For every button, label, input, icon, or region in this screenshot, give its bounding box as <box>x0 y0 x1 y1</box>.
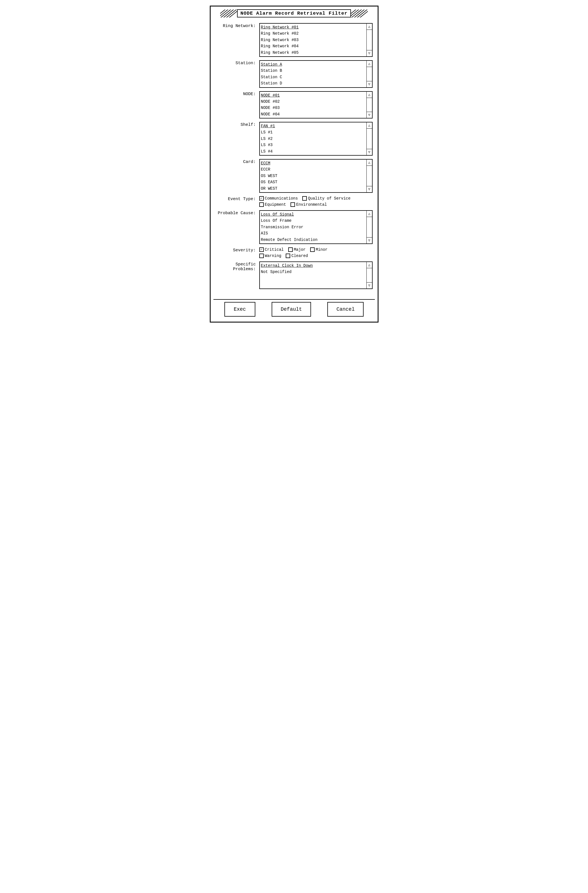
card-listbox[interactable]: ECCM ECCR OS WEST OS EAST OR WEST △ ▽ <box>259 159 373 193</box>
station-list[interactable]: Station A Station B Station C Station D <box>260 61 366 87</box>
station-listbox[interactable]: Station A Station B Station C Station D … <box>259 60 373 88</box>
list-item[interactable]: Ring Network #02 <box>261 30 365 37</box>
critical-checkbox[interactable] <box>259 247 264 252</box>
title-hatch-left <box>220 10 237 18</box>
scroll-track <box>367 30 372 50</box>
scroll-up-arrow[interactable]: △ <box>367 92 372 98</box>
scroll-track <box>367 166 372 186</box>
event-type-checkboxes: Communications Quality of Service Equipm… <box>259 196 373 207</box>
list-item[interactable]: Ring Network #05 <box>261 50 365 56</box>
station-label: Station: <box>216 60 259 66</box>
list-item[interactable]: ECCM <box>261 160 365 166</box>
title-bar: NODE Alarm Record Retrieval Filter <box>213 9 375 18</box>
list-item[interactable]: Loss Of Signal <box>261 211 365 218</box>
shelf-list[interactable]: FAN #1 LS #1 LS #2 LS #3 LS #4 <box>260 122 366 155</box>
list-item[interactable]: Station D <box>261 80 365 86</box>
default-button[interactable]: Default <box>272 302 311 317</box>
list-item[interactable]: External Clock In Down <box>261 263 365 269</box>
scroll-down-arrow[interactable]: ▽ <box>367 149 372 155</box>
scroll-down-arrow[interactable]: ▽ <box>367 282 372 289</box>
list-item[interactable]: Station A <box>261 62 365 68</box>
form-body: Ring Network: Ring Network #01 Ring Netw… <box>213 22 375 293</box>
list-item[interactable]: OS WEST <box>261 173 365 179</box>
minor-label: Minor <box>316 247 328 252</box>
list-item[interactable]: NODE #04 <box>261 111 365 117</box>
ring-network-list[interactable]: Ring Network #01 Ring Network #02 Ring N… <box>260 24 366 56</box>
list-item[interactable]: Ring Network #03 <box>261 37 365 43</box>
list-item[interactable]: Station C <box>261 74 365 80</box>
probable-cause-list[interactable]: Loss Of Signal Loss Of Frame Transmissio… <box>260 211 366 244</box>
list-item[interactable]: Transmission Error <box>261 224 365 230</box>
scroll-down-arrow[interactable]: ▽ <box>367 112 372 118</box>
scroll-down-arrow[interactable]: ▽ <box>367 81 372 87</box>
scroll-up-arrow[interactable]: △ <box>367 122 372 129</box>
ring-network-row: Ring Network: Ring Network #01 Ring Netw… <box>216 23 373 57</box>
list-item[interactable]: LS #3 <box>261 142 365 148</box>
list-item[interactable]: LS #2 <box>261 136 365 142</box>
list-item[interactable] <box>261 281 365 288</box>
scroll-up-arrow[interactable]: △ <box>367 24 372 30</box>
list-item[interactable]: ECCR <box>261 166 365 173</box>
list-item[interactable]: LS #1 <box>261 129 365 135</box>
list-item[interactable]: Station B <box>261 68 365 74</box>
list-item[interactable]: NODE #02 <box>261 99 365 105</box>
cleared-checkbox-item: Cleared <box>286 254 308 258</box>
svg-line-11 <box>351 10 359 18</box>
scroll-track <box>367 268 372 282</box>
list-item[interactable]: OR WEST <box>261 185 365 192</box>
list-item[interactable]: NODE #01 <box>261 92 365 99</box>
scroll-up-arrow[interactable]: △ <box>367 61 372 67</box>
card-list[interactable]: ECCM ECCR OS WEST OS EAST OR WEST <box>260 159 366 192</box>
scroll-up-arrow[interactable]: △ <box>367 211 372 217</box>
cleared-checkbox[interactable] <box>286 254 290 258</box>
event-type-row-2: Equipment Environmental <box>259 202 373 207</box>
list-item[interactable]: LS #4 <box>261 148 365 155</box>
severity-row: Severity: Critical Major Minor <box>216 247 373 258</box>
warning-checkbox-item: Warning <box>259 254 282 258</box>
communications-checkbox-item: Communications <box>259 196 298 201</box>
quality-of-service-checkbox[interactable] <box>302 196 307 201</box>
list-item[interactable]: FAN #1 <box>261 123 365 129</box>
equipment-checkbox[interactable] <box>259 202 264 207</box>
list-item[interactable] <box>261 275 365 281</box>
shelf-listbox[interactable]: FAN #1 LS #1 LS #2 LS #3 LS #4 △ ▽ <box>259 122 373 156</box>
severity-row-2: Warning Cleared <box>259 254 373 258</box>
list-item[interactable]: Ring Network #01 <box>261 24 365 30</box>
probable-cause-listbox[interactable]: Loss Of Signal Loss Of Frame Transmissio… <box>259 210 373 244</box>
card-row: Card: ECCM ECCR OS WEST OS EAST OR WEST … <box>216 159 373 193</box>
minor-checkbox[interactable] <box>310 247 315 252</box>
node-list[interactable]: NODE #01 NODE #02 NODE #03 NODE #04 <box>260 92 366 118</box>
list-item[interactable]: NODE #03 <box>261 105 365 111</box>
probable-cause-label: Probable Cause: <box>216 210 259 216</box>
list-item[interactable]: Remote Defect Indication <box>261 237 365 243</box>
probable-cause-row: Probable Cause: Loss Of Signal Loss Of F… <box>216 210 373 244</box>
shelf-row: Shelf: FAN #1 LS #1 LS #2 LS #3 LS #4 △ … <box>216 122 373 156</box>
list-item[interactable]: Ring Network #04 <box>261 43 365 49</box>
node-listbox[interactable]: NODE #01 NODE #02 NODE #03 NODE #04 △ ▽ <box>259 91 373 119</box>
scroll-up-arrow[interactable]: △ <box>367 262 372 268</box>
major-checkbox[interactable] <box>288 247 293 252</box>
event-type-label: Event Type: <box>216 196 259 201</box>
list-item[interactable]: Loss Of Frame <box>261 218 365 224</box>
list-item[interactable]: OS EAST <box>261 179 365 185</box>
list-item[interactable]: Not Specified <box>261 269 365 275</box>
equipment-label: Equipment <box>265 202 286 207</box>
scroll-up-arrow[interactable]: △ <box>367 159 372 166</box>
scroll-down-arrow[interactable]: ▽ <box>367 237 372 244</box>
cancel-button[interactable]: Cancel <box>327 302 364 317</box>
ring-network-listbox[interactable]: Ring Network #01 Ring Network #02 Ring N… <box>259 23 373 57</box>
scroll-down-arrow[interactable]: ▽ <box>367 50 372 56</box>
environmental-checkbox[interactable] <box>291 202 295 207</box>
card-scrollbar: △ ▽ <box>366 159 372 192</box>
warning-checkbox[interactable] <box>259 254 264 258</box>
scroll-track <box>367 129 372 149</box>
exec-button[interactable]: Exec <box>224 302 255 317</box>
card-label: Card: <box>216 159 259 164</box>
specific-problems-listbox[interactable]: External Clock In Down Not Specified △ ▽ <box>259 262 373 289</box>
station-scrollbar: △ ▽ <box>366 61 372 87</box>
specific-problems-list[interactable]: External Clock In Down Not Specified <box>260 262 366 289</box>
scroll-down-arrow[interactable]: ▽ <box>367 186 372 192</box>
quality-of-service-label: Quality of Service <box>308 196 350 201</box>
list-item[interactable]: AIS <box>261 230 365 236</box>
communications-checkbox[interactable] <box>259 196 264 201</box>
